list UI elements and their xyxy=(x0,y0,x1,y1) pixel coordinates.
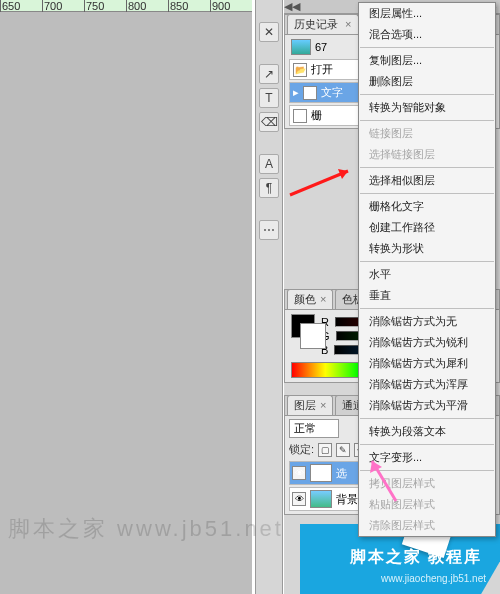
menu-item[interactable]: 消除锯齿方式为无 xyxy=(359,311,495,332)
menu-item[interactable]: 水平 xyxy=(359,264,495,285)
menu-item[interactable]: 消除锯齿方式为浑厚 xyxy=(359,374,495,395)
menu-item[interactable]: 消除锯齿方式为锐利 xyxy=(359,332,495,353)
menu-item[interactable]: 消除锯齿方式为犀利 xyxy=(359,353,495,374)
tab-label: 图层 xyxy=(294,399,316,411)
visibility-icon[interactable]: 👁 xyxy=(292,492,306,506)
blend-mode-dropdown[interactable]: 正常 xyxy=(289,419,339,438)
menu-separator xyxy=(360,418,494,419)
menu-item[interactable]: 图层属性... xyxy=(359,3,495,24)
menu-item[interactable]: 栅格化文字 xyxy=(359,196,495,217)
menu-item[interactable]: 转换为形状 xyxy=(359,238,495,259)
history-step-label: 文字 xyxy=(321,85,343,100)
menu-item[interactable]: 删除图层 xyxy=(359,71,495,92)
layer-context-menu: 图层属性...混合选项...复制图层...删除图层转换为智能对象链接图层选择链接… xyxy=(358,2,496,537)
menu-separator xyxy=(360,261,494,262)
ruler-mark: 650 xyxy=(0,0,42,12)
close-icon[interactable]: × xyxy=(345,18,351,30)
menu-item[interactable]: 选择相似图层 xyxy=(359,170,495,191)
foreground-background-swatch[interactable] xyxy=(291,314,315,338)
banner-title: 脚本之家 教程库 xyxy=(350,547,482,568)
tab-label: 颜色 xyxy=(294,293,316,305)
history-step-icon: T xyxy=(303,86,317,100)
menu-separator xyxy=(360,120,494,121)
tool-icon[interactable]: T xyxy=(259,88,279,108)
history-step-label: 栅 xyxy=(311,108,322,123)
menu-item[interactable]: 混合选项... xyxy=(359,24,495,45)
menu-separator xyxy=(360,444,494,445)
ruler-mark: 800 xyxy=(126,0,168,12)
visibility-icon[interactable]: 👁 xyxy=(292,466,306,480)
menu-item[interactable]: 复制图层... xyxy=(359,50,495,71)
ruler-mark: 900 xyxy=(210,0,252,12)
blend-mode-value: 正常 xyxy=(294,422,316,434)
collapse-left-icon[interactable]: ◀◀ xyxy=(284,0,300,13)
menu-item[interactable]: 转换为智能对象 xyxy=(359,97,495,118)
menu-separator xyxy=(360,94,494,95)
tool-icon[interactable]: A xyxy=(259,154,279,174)
tab-color[interactable]: 颜色× xyxy=(287,289,333,309)
menu-item: 拷贝图层样式 xyxy=(359,473,495,494)
history-step-icon: 📂 xyxy=(293,63,307,77)
banner-url: www.jiaocheng.jb51.net xyxy=(381,573,486,584)
history-count: 67 xyxy=(315,41,327,53)
tool-icon[interactable]: ✕ xyxy=(259,22,279,42)
canvas-area: 650 700 750 800 850 900 xyxy=(0,0,252,594)
tool-icon[interactable]: ¶ xyxy=(259,178,279,198)
menu-separator xyxy=(360,470,494,471)
watermark-text: 脚本之家 www.jb51.net xyxy=(8,514,284,544)
menu-item[interactable]: 文字变形... xyxy=(359,447,495,468)
tab-history[interactable]: 历史记录 × xyxy=(287,14,359,34)
menu-item[interactable]: 转换为段落文本 xyxy=(359,421,495,442)
layer-thumbnail[interactable] xyxy=(310,490,332,508)
tool-icon[interactable]: ↗ xyxy=(259,64,279,84)
collapsed-tool-strip: ✕ ↗ T ⌫ A ¶ ⋯ xyxy=(255,0,283,594)
history-step-icon xyxy=(293,109,307,123)
layer-thumbnail[interactable]: T xyxy=(310,464,332,482)
ruler-mark: 850 xyxy=(168,0,210,12)
history-thumbnail[interactable] xyxy=(291,39,311,55)
layer-name[interactable]: 背景 xyxy=(336,492,358,507)
close-icon[interactable]: × xyxy=(320,293,326,305)
lock-label: 锁定: xyxy=(289,442,314,457)
tool-icon[interactable]: ⌫ xyxy=(259,112,279,132)
menu-separator xyxy=(360,167,494,168)
current-step-icon: ▸ xyxy=(293,86,299,99)
menu-item: 粘贴图层样式 xyxy=(359,494,495,515)
tool-icon[interactable]: ⋯ xyxy=(259,220,279,240)
horizontal-ruler: 650 700 750 800 850 900 xyxy=(0,0,252,12)
menu-item: 选择链接图层 xyxy=(359,144,495,165)
layer-name[interactable]: 选 xyxy=(336,466,347,481)
tab-layers[interactable]: 图层× xyxy=(287,395,333,415)
menu-separator xyxy=(360,308,494,309)
menu-separator xyxy=(360,193,494,194)
menu-item[interactable]: 垂直 xyxy=(359,285,495,306)
menu-item: 链接图层 xyxy=(359,123,495,144)
history-step-label: 打开 xyxy=(311,62,333,77)
lock-transparent-icon[interactable]: ▢ xyxy=(318,443,332,457)
ruler-mark: 750 xyxy=(84,0,126,12)
lock-pixels-icon[interactable]: ✎ xyxy=(336,443,350,457)
menu-item[interactable]: 消除锯齿方式为平滑 xyxy=(359,395,495,416)
menu-item: 清除图层样式 xyxy=(359,515,495,536)
close-icon[interactable]: × xyxy=(320,399,326,411)
ruler-mark: 700 xyxy=(42,0,84,12)
menu-item[interactable]: 创建工作路径 xyxy=(359,217,495,238)
tab-label: 历史记录 xyxy=(294,18,338,30)
menu-separator xyxy=(360,47,494,48)
